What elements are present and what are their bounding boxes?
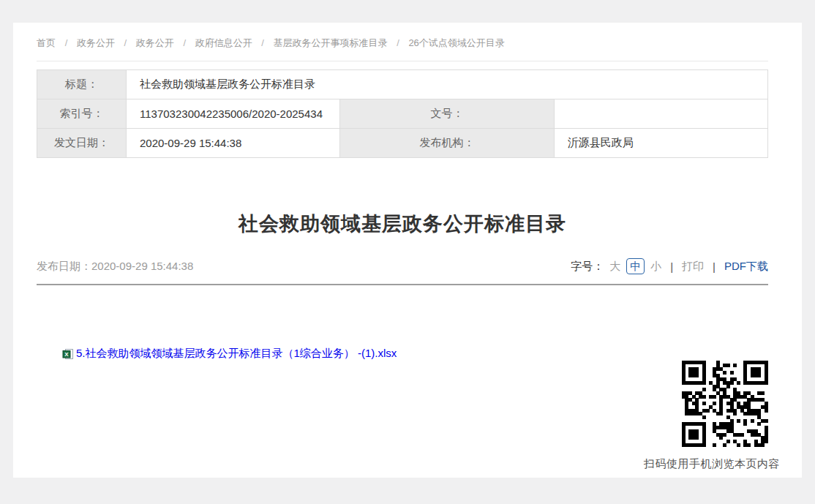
title-label: 标题： <box>37 70 127 99</box>
index-number-label: 索引号： <box>37 99 127 129</box>
issue-date-label: 发文日期： <box>37 129 127 158</box>
toolbar-divider: | <box>713 260 716 273</box>
svg-text:X: X <box>64 351 69 358</box>
title-value: 社会救助领域基层政务公开标准目录 <box>127 70 768 99</box>
publish-date-label: 发布日期： <box>37 260 91 272</box>
qr-block: 扫码使用手机浏览本页内容 <box>644 361 780 471</box>
table-row: 标题： 社会救助领域基层政务公开标准目录 <box>37 70 768 99</box>
content-card: 首页 / 政务公开 / 政务公开 / 政府信息公开 / 基层政务公开事项标准目录… <box>13 23 802 478</box>
attachment-link[interactable]: 5.社会救助领域领域基层政务公开标准目录（1综合业务） -(1).xlsx <box>76 347 397 361</box>
meta-table: 标题： 社会救助领域基层政务公开标准目录 索引号： 11370323004223… <box>37 69 768 158</box>
font-size-label: 字号： <box>571 260 604 274</box>
breadcrumb-separator: / <box>183 37 186 48</box>
agency-value: 沂源县民政局 <box>554 129 767 158</box>
table-row: 索引号： 113703230042235006/2020-2025434 文号： <box>37 99 768 129</box>
breadcrumb-item-standard-catalog[interactable]: 基层政务公开事项标准目录 <box>274 37 388 48</box>
article-meta-row: 发布日期：2020-09-29 15:44:38 字号： 大 中 小 | 打印 … <box>37 258 768 285</box>
doc-number-value <box>554 99 767 129</box>
toolbar: 字号： 大 中 小 | 打印 | PDF下载 <box>571 258 768 274</box>
font-size-medium-button[interactable]: 中 <box>626 258 645 274</box>
doc-number-label: 文号： <box>340 99 554 129</box>
breadcrumb-separator: / <box>261 37 264 48</box>
breadcrumb-item-gov-info[interactable]: 政府信息公开 <box>195 37 252 48</box>
pdf-download-button[interactable]: PDF下载 <box>724 260 768 274</box>
table-row: 发文日期： 2020-09-29 15:44:38 发布机构： 沂源县民政局 <box>37 129 768 158</box>
qr-code <box>682 361 768 447</box>
print-button[interactable]: 打印 <box>682 260 704 274</box>
breadcrumb-separator: / <box>124 37 127 48</box>
font-size-small-button[interactable]: 小 <box>650 260 661 274</box>
breadcrumb: 首页 / 政务公开 / 政务公开 / 政府信息公开 / 基层政务公开事项标准目录… <box>37 23 768 61</box>
font-size-large-button[interactable]: 大 <box>609 260 620 274</box>
publish-date-value: 2020-09-29 15:44:38 <box>91 260 193 272</box>
breadcrumb-separator: / <box>397 37 399 48</box>
excel-file-icon: X <box>62 348 74 360</box>
page-title: 社会救助领域基层政务公开标准目录 <box>37 211 768 237</box>
breadcrumb-item-zwgk-2[interactable]: 政务公开 <box>136 37 174 48</box>
toolbar-divider: | <box>670 260 673 273</box>
publish-date: 发布日期：2020-09-29 15:44:38 <box>37 260 193 274</box>
issue-date-value: 2020-09-29 15:44:38 <box>127 129 340 158</box>
agency-label: 发布机构： <box>340 129 554 158</box>
index-number-value: 113703230042235006/2020-2025434 <box>127 99 340 129</box>
attachment-row: X 5.社会救助领域领域基层政务公开标准目录（1综合业务） -(1).xlsx <box>62 347 768 361</box>
qr-caption: 扫码使用手机浏览本页内容 <box>644 457 780 471</box>
breadcrumb-item-home[interactable]: 首页 <box>37 37 56 48</box>
breadcrumb-item-current: 26个试点领域公开目录 <box>408 37 504 48</box>
breadcrumb-item-zwgk-1[interactable]: 政务公开 <box>77 37 115 48</box>
breadcrumb-separator: / <box>65 37 68 48</box>
